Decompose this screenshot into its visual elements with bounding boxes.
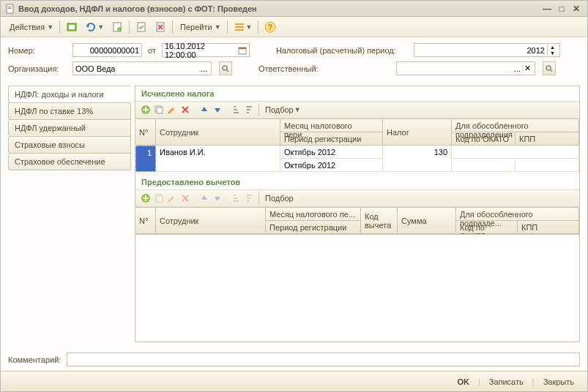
tab-insurance-contrib[interactable]: Страховые взносы <box>8 136 131 154</box>
resp-search-button[interactable] <box>543 61 556 75</box>
copy-row2-icon[interactable] <box>153 192 165 204</box>
date-input[interactable]: 16.10.2012 12:00:00 <box>162 43 250 57</box>
tab-content: Исчислено налога Подбор▼ N° <box>135 86 580 342</box>
ok-button[interactable]: OK <box>451 376 475 388</box>
tb-icon-refresh[interactable]: ▼ <box>82 20 107 34</box>
number-input[interactable] <box>72 43 142 57</box>
svg-text:?: ? <box>268 23 272 31</box>
tab-insurance-cover[interactable]: Страховое обеспечение <box>8 153 131 170</box>
tb-icon-post[interactable] <box>133 20 150 34</box>
grid2: N° Сотрудник Месяц налогового пе... Пери… <box>135 207 579 234</box>
tax-period-label: Налоговый (расчетный) период: <box>276 46 408 55</box>
col2-subdivision: Для обособленного подразде... <box>456 208 579 221</box>
actions-menu[interactable]: Действия▼ <box>5 21 56 33</box>
svg-point-7 <box>117 27 122 31</box>
titlebar: Ввод доходов, НДФЛ и налогов (взносов) с… <box>1 1 587 17</box>
tab-list: НДФЛ: доходы и налоги НДФЛ по ставке 13%… <box>8 86 131 342</box>
svg-rect-12 <box>235 29 244 31</box>
move-up-icon[interactable] <box>198 104 210 116</box>
svg-rect-4 <box>69 25 75 29</box>
podbor2-button[interactable]: Подбор <box>262 194 297 203</box>
comment-row: Комментарий: <box>1 348 587 371</box>
window-title: Ввод доходов, НДФЛ и налогов (взносов) с… <box>18 4 539 13</box>
col2-amount: Сумма <box>398 208 456 234</box>
comment-input[interactable] <box>67 353 580 366</box>
delete-row-icon[interactable] <box>179 104 191 116</box>
col-tax-month: Месяц налогового пери... <box>280 119 383 132</box>
org-search-button[interactable] <box>219 61 232 75</box>
edit-row2-icon[interactable] <box>166 192 178 204</box>
col-reg-period: Период регистрации <box>280 132 383 146</box>
tab-ndfl-income[interactable]: НДФЛ: доходы и налоги <box>8 86 131 103</box>
close-button[interactable]: ✕ <box>570 4 583 14</box>
add-row2-icon[interactable] <box>140 192 152 204</box>
close-form-button[interactable]: Закрыть <box>537 376 580 388</box>
section1-title: Исчислено налога <box>135 86 579 101</box>
sort-desc-icon[interactable] <box>244 104 256 116</box>
edit-row-icon[interactable] <box>166 104 178 116</box>
spin-down[interactable]: ▼ <box>547 50 557 56</box>
tax-period-input[interactable]: ▲ ▼ <box>414 43 560 57</box>
col2-deduction: Код вычета <box>361 208 398 234</box>
grid2-toolbar: Подбор <box>135 189 579 207</box>
move-up2-icon[interactable] <box>198 192 210 204</box>
goto-menu[interactable]: Перейти▼ <box>176 21 224 33</box>
resp-clear-button[interactable]: ✕ <box>522 63 532 74</box>
minimize-button[interactable]: — <box>540 4 554 14</box>
svg-rect-10 <box>235 23 244 25</box>
calendar-icon[interactable] <box>238 46 247 55</box>
delete-row2-icon[interactable] <box>179 192 191 204</box>
tb-icon-doc[interactable] <box>108 20 126 34</box>
svg-marker-24 <box>201 107 207 111</box>
col-employee: Сотрудник <box>156 119 280 146</box>
footer: OK | Записать | Закрыть <box>1 371 587 391</box>
maximize-button[interactable]: □ <box>555 4 568 14</box>
col2-okato: Код по ОКАТО <box>456 221 518 234</box>
col2-num: N° <box>135 208 156 234</box>
grid2-body[interactable] <box>135 234 579 342</box>
sort-asc-icon[interactable] <box>231 104 242 116</box>
spin-up[interactable]: ▲ <box>547 45 557 50</box>
svg-rect-16 <box>239 48 246 49</box>
responsible-input[interactable]: ... ✕ <box>396 61 535 75</box>
col-tax: Налог <box>383 119 452 146</box>
form-header: Номер: от 16.10.2012 12:00:00 Налоговый … <box>1 37 587 86</box>
help-button[interactable]: ? <box>261 20 279 34</box>
document-icon <box>5 4 15 14</box>
org-label: Организация: <box>8 64 67 73</box>
main-toolbar: Действия▼ ▼ Перейти▼ ▼ ? <box>1 17 587 37</box>
move-down2-icon[interactable] <box>212 192 223 204</box>
tab-ndfl-withheld[interactable]: НДФЛ удержанный <box>8 119 131 137</box>
number-label: Номер: <box>8 46 67 55</box>
tb-icon-1[interactable] <box>63 20 81 34</box>
tb-icon-unpost[interactable] <box>152 20 169 34</box>
podbor1-button[interactable]: Подбор▼ <box>262 105 304 114</box>
svg-rect-1 <box>8 7 12 7</box>
org-input[interactable]: ... <box>72 61 212 75</box>
svg-rect-2 <box>8 8 12 9</box>
col-kpp: КПП <box>516 132 579 146</box>
tab-ndfl-13[interactable]: НДФЛ по ставке 13% <box>8 102 131 120</box>
from-label: от <box>148 46 156 55</box>
resp-select-button[interactable]: ... <box>513 63 522 74</box>
svg-rect-23 <box>157 108 163 113</box>
col2-reg-period: Период регистрации <box>266 221 361 234</box>
copy-row-icon[interactable] <box>153 104 165 116</box>
move-down-icon[interactable] <box>212 104 223 116</box>
svg-marker-30 <box>215 197 220 201</box>
col-okato: Код по ОКАТО <box>452 132 516 146</box>
org-select-button[interactable]: ... <box>199 63 209 74</box>
svg-line-20 <box>550 69 552 72</box>
table-row[interactable]: 1 Иванов И.И. Октябрь 2012 Октябрь 2012 … <box>135 146 579 172</box>
responsible-label: Ответственный: <box>258 64 390 73</box>
svg-rect-28 <box>157 196 163 202</box>
svg-rect-11 <box>235 26 244 28</box>
sort-desc2-icon[interactable] <box>244 192 256 204</box>
col-subdivision: Для обособленного подразделения <box>452 119 579 132</box>
tb-icon-list[interactable]: ▼ <box>231 20 256 34</box>
add-row-icon[interactable] <box>140 104 152 116</box>
sort-asc2-icon[interactable] <box>231 192 242 204</box>
grid1-toolbar: Подбор▼ <box>135 101 579 118</box>
save-button[interactable]: Записать <box>483 376 529 388</box>
svg-line-18 <box>226 69 228 72</box>
